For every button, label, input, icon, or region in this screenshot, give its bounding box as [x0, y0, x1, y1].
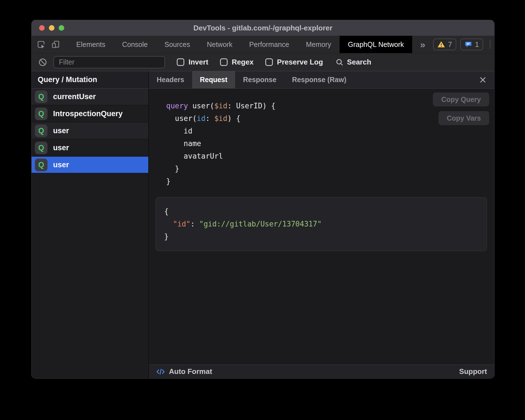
issues-count: 1 [475, 40, 479, 49]
filter-input[interactable] [53, 56, 165, 68]
detail-panel: Headers Request Response Response (Raw) … [149, 71, 494, 378]
main-toolbar: Elements Console Sources Network Perform… [32, 36, 494, 53]
inspect-element-icon[interactable] [37, 40, 46, 49]
tab-performance[interactable]: Performance [241, 36, 297, 53]
tab-console[interactable]: Console [114, 36, 156, 53]
tab-elements[interactable]: Elements [68, 36, 114, 53]
chevron-double-right-icon: » [420, 39, 425, 50]
message-bubble-icon [464, 40, 472, 48]
copy-vars-button[interactable]: Copy Vars [438, 111, 489, 125]
list-item-user-3-selected[interactable]: Q user [32, 157, 148, 174]
warning-count: 7 [448, 40, 452, 49]
query-list-header: Query / Mutation [32, 71, 148, 89]
more-tabs-button[interactable]: » [412, 36, 433, 53]
request-view: query user($id: UserID) { user(id: $id) … [149, 89, 494, 364]
list-item-currentuser[interactable]: Q currentUser [32, 89, 148, 106]
list-item-user-2[interactable]: Q user [32, 140, 148, 157]
warnings-badge[interactable]: 7 [433, 39, 456, 50]
query-type-badge: Q [35, 125, 47, 137]
device-toolbar-icon[interactable] [51, 40, 60, 49]
support-link[interactable]: Support [459, 367, 487, 376]
query-type-badge: Q [35, 159, 47, 171]
regex-checkbox-group[interactable]: Regex [220, 58, 254, 66]
query-type-badge: Q [35, 142, 47, 154]
tab-headers[interactable]: Headers [149, 71, 192, 88]
detail-tab-bar: Headers Request Response Response (Raw) [149, 71, 494, 89]
search-label: Search [347, 58, 371, 66]
regex-checkbox-label: Regex [232, 58, 254, 66]
tab-response-raw[interactable]: Response (Raw) [284, 71, 354, 88]
detail-footer: Auto Format Support [149, 364, 494, 378]
query-list-panel: Query / Mutation Q currentUser Q Introsp… [32, 71, 149, 378]
badge-divider [490, 40, 490, 49]
invert-checkbox-group[interactable]: Invert [177, 58, 208, 66]
copy-query-button[interactable]: Copy Query [433, 92, 489, 106]
close-detail-button[interactable] [471, 71, 494, 88]
tab-request[interactable]: Request [192, 71, 235, 88]
preserve-log-checkbox-label: Preserve Log [277, 58, 323, 66]
issues-badge[interactable]: 1 [460, 39, 483, 50]
search-control[interactable]: Search [335, 58, 371, 66]
window-title: DevTools - gitlab.com/-/graphql-explorer [32, 24, 494, 32]
invert-checkbox[interactable] [177, 58, 184, 66]
code-brackets-icon [156, 367, 165, 376]
query-type-badge: Q [35, 90, 47, 103]
tab-response[interactable]: Response [235, 71, 284, 88]
regex-checkbox[interactable] [220, 58, 228, 66]
devtools-window: DevTools - gitlab.com/-/graphql-explorer… [32, 20, 494, 378]
tab-network[interactable]: Network [199, 36, 241, 53]
preserve-log-checkbox[interactable] [265, 58, 273, 66]
query-variables-box: { "id": "gid://gitlab/User/13704317"} [156, 197, 487, 251]
auto-format-toggle[interactable]: Auto Format [156, 367, 212, 376]
query-list: Q currentUser Q IntrospectionQuery Q use… [32, 89, 148, 174]
invert-checkbox-label: Invert [188, 58, 208, 66]
auto-format-label: Auto Format [169, 367, 212, 376]
list-item-user-1[interactable]: Q user [32, 123, 148, 140]
query-type-badge: Q [35, 108, 47, 120]
filter-bar: Invert Regex Preserve Log Search [32, 53, 494, 71]
search-icon [335, 58, 344, 66]
list-item-introspectionquery[interactable]: Q IntrospectionQuery [32, 106, 148, 123]
close-icon [479, 76, 487, 84]
tab-sources[interactable]: Sources [156, 36, 199, 53]
preserve-log-checkbox-group[interactable]: Preserve Log [265, 58, 323, 66]
tab-memory[interactable]: Memory [297, 36, 339, 53]
warning-triangle-icon [437, 40, 445, 48]
title-bar: DevTools - gitlab.com/-/graphql-explorer [32, 20, 494, 36]
clear-block-icon[interactable] [38, 58, 47, 67]
tab-graphql-network[interactable]: GraphQL Network [340, 36, 412, 53]
